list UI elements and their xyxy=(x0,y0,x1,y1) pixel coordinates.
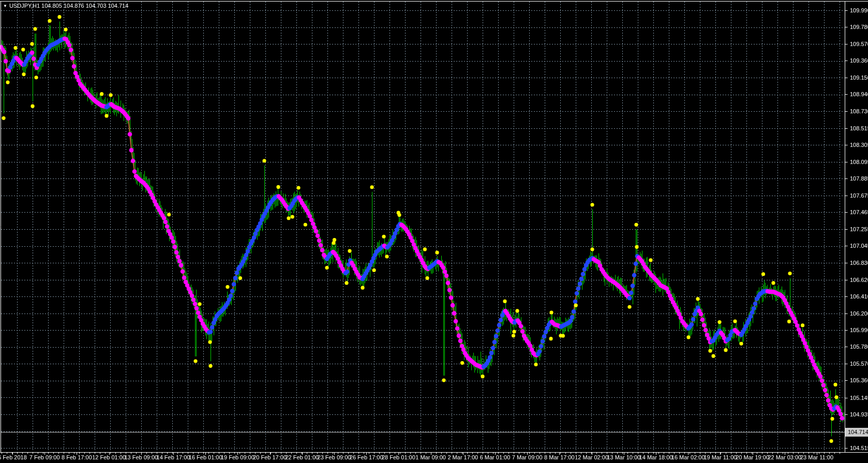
x-axis-label: 8 Feb 17:00 xyxy=(62,454,92,460)
y-axis-label: 107.465 xyxy=(850,209,868,215)
x-axis-label: 2 Mar 17:00 xyxy=(447,454,478,460)
y-axis-label: 109.990 xyxy=(850,7,868,13)
y-axis-label: 106.410 xyxy=(850,293,868,300)
y-axis-label: 109.360 xyxy=(850,57,868,64)
y-axis-label: 105.780 xyxy=(850,343,868,350)
y-axis-label: 109.570 xyxy=(850,41,868,47)
x-axis-label: 8 Mar 17:00 xyxy=(544,454,575,460)
x-axis-label: 7 Mar 09:00 xyxy=(512,454,543,460)
x-axis-label: 14 Feb 17:00 xyxy=(157,454,190,460)
y-axis-label: 105.145 xyxy=(850,395,868,401)
x-axis-label: 13 Mar 10:00 xyxy=(607,454,640,460)
x-axis-label: 20 Feb 17:00 xyxy=(253,454,287,460)
y-axis-label: 108.940 xyxy=(850,91,868,97)
y-axis-label: 107.045 xyxy=(850,243,868,249)
symbol-period-label: USDJPY,H1 xyxy=(9,3,40,9)
y-axis-label: 108.730 xyxy=(850,108,868,114)
y-axis-label: 105.360 xyxy=(850,377,868,383)
y-axis-label: 108.095 xyxy=(850,159,868,165)
y-axis-label: 106.620 xyxy=(850,277,868,283)
x-axis-label: 6 Mar 01:00 xyxy=(480,454,511,460)
y-axis-label: 107.675 xyxy=(850,192,868,199)
y-axis-label: 104.935 xyxy=(850,411,868,417)
current-price-value: 104.714 xyxy=(848,429,868,435)
x-axis-label: 1 Mar 09:00 xyxy=(415,454,446,460)
x-axis-label: 20 Mar 19:00 xyxy=(736,454,769,460)
y-axis-label: 108.515 xyxy=(850,125,868,131)
x-axis-label: 14 Mar 18:00 xyxy=(639,454,673,460)
x-axis-label: 28 Feb 01:00 xyxy=(382,454,415,460)
x-axis-label: 12 Feb 01:00 xyxy=(92,454,126,460)
x-axis-label: 7 Feb 09:00 xyxy=(29,454,60,460)
x-axis-label: 22 Feb 01:00 xyxy=(285,454,319,460)
mt4-chart-window: ▼USDJPY,H1 104.805 104.876 104.703 104.7… xyxy=(0,0,868,463)
y-axis-label: 105.570 xyxy=(850,361,868,367)
y-axis-label: 109.150 xyxy=(850,74,868,81)
x-axis-label: 23 Feb 09:00 xyxy=(318,454,351,460)
y-axis-label: 107.255 xyxy=(850,226,868,232)
price-chart-canvas[interactable] xyxy=(0,0,868,463)
y-axis-label: 106.830 xyxy=(850,260,868,266)
ohlc-values: 104.805 104.876 104.703 104.714 xyxy=(41,3,128,9)
x-axis-label: 16 Mar 02:00 xyxy=(671,454,705,460)
x-axis-label: 12 Mar 02:00 xyxy=(575,454,608,460)
y-axis-label: 106.200 xyxy=(850,310,868,317)
y-axis-label: 109.780 xyxy=(850,24,868,30)
current-price-box: 104.714 xyxy=(845,428,868,437)
y-axis-label: 104.515 xyxy=(850,445,868,451)
y-axis-label: 108.305 xyxy=(850,142,868,148)
x-axis-label: 19 Mar 11:00 xyxy=(704,454,737,460)
chart-title-overlay: ▼USDJPY,H1 104.805 104.876 104.703 104.7… xyxy=(3,3,128,9)
y-axis-label: 107.885 xyxy=(850,175,868,182)
x-axis-label: 22 Mar 03:00 xyxy=(768,454,801,460)
x-axis-label: 16 Feb 01:00 xyxy=(189,454,222,460)
x-axis-label: 19 Feb 09:00 xyxy=(221,454,255,460)
x-axis-label: 13 Feb 09:00 xyxy=(124,454,158,460)
chevron-down-icon[interactable]: ▼ xyxy=(3,4,7,8)
x-axis-label: 23 Mar 11:00 xyxy=(800,454,833,460)
x-axis-label: 6 Feb 2018 xyxy=(0,454,27,460)
x-axis-label: 26 Feb 17:00 xyxy=(350,454,383,460)
y-axis-label: 105.990 xyxy=(850,327,868,333)
